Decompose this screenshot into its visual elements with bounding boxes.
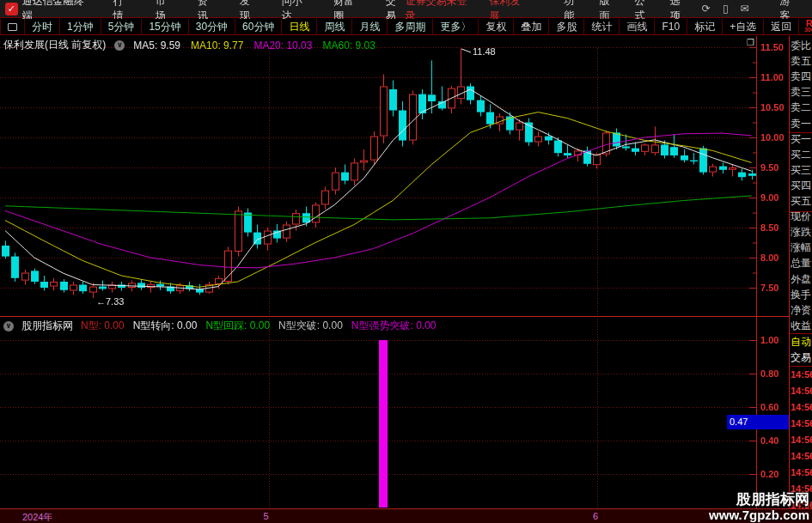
indicator-legend: N型: 0.00N型转向: 0.00N型回踩: 0.00N型突破: 0.00N型… [81,319,437,333]
quote-panel: 委比卖五卖四卖三卖二卖一买一买二买三买四买五现价涨跌涨幅总量外盘换手净资收益自动… [790,36,812,523]
y-tick-label: 11.50 [760,42,789,52]
x-tick-label: 6 [593,511,598,521]
layout-icon[interactable] [0,19,25,34]
toolbar-button-多股[interactable]: 多股 [549,19,584,34]
tick-time: 14:56 [791,467,812,477]
auto-trade-button[interactable]: 交易 [791,350,812,365]
ma-label: MA20: 10.03 [253,40,312,52]
high-annotation: 11.48 [473,46,496,57]
tick-time: 14:56 [791,435,812,445]
candlestick-chart-canvas[interactable] [0,0,812,523]
y-tick-label: 8.50 [760,222,789,233]
dropdown-icon[interactable]: ∨ [3,321,14,331]
y-tick-label: 7.50 [760,283,789,293]
mobile-icon[interactable]: ▯ [723,3,729,15]
ma-label: MA5: 9.59 [133,40,180,52]
period-tab-多周期[interactable]: 多周期 [388,19,433,34]
y-tick-label: 0.40 [760,435,789,446]
quote-row-涨幅: 涨幅 [791,240,812,255]
pane-maximize-icon[interactable]: ❐ [747,38,754,47]
quote-row-委比: 委比 [791,39,812,53]
period-tab-周线[interactable]: 周线 [317,19,352,34]
y-tick-label: 8.00 [760,252,789,263]
auto-trade-button[interactable]: 自动 [791,335,812,350]
quote-row-卖三: 卖三 [791,85,812,100]
indicator-label: N型回踩: 0.00 [205,319,270,333]
ma-label: MA10: 9.77 [191,40,243,52]
period-tab-月线[interactable]: 月线 [352,19,388,34]
toolbar-button-F10[interactable]: F10 [655,19,687,34]
app-logo-icon: ✓ [5,3,18,15]
quote-row-买二: 买二 [791,148,812,162]
y-tick-label: 0.60 [760,402,789,412]
quote-row-买四: 买四 [791,179,812,193]
refresh-icon[interactable]: ⟳ [702,3,711,15]
period-tab-30分钟[interactable]: 30分钟 [189,19,235,34]
watermark-url: www.7gpzb.com [709,508,809,523]
toolbar-button-返回[interactable]: 返回 [764,19,799,34]
tick-time: 14:56 [791,386,812,396]
r300-badge: R 300 [799,20,812,33]
panel-divider [790,366,812,367]
ma-legend: MA5: 9.59MA10: 9.77MA20: 10.03MA60: 9.03 [133,40,375,52]
quote-row-外盘: 外盘 [791,272,812,287]
tick-time: 14:56 [791,418,812,429]
quote-row-换手: 换手 [791,288,812,302]
x-tick-label: 2024年 [22,511,52,523]
indicator-label: N型突破: 0.00 [278,319,343,333]
menu-bar: ✓ 通达信金融终端 行情市场资讯发现问小达财富圈交易 证券交易未登录保利发展 功… [0,0,812,18]
quote-row-卖二: 卖二 [791,100,812,115]
period-tab-1分钟[interactable]: 1分钟 [60,19,101,34]
quote-row-涨跌: 涨跌 [791,225,812,240]
quote-row-总量: 总量 [791,256,812,271]
main-chart-header: 保利发展(日线 前复权) ∨ MA5: 9.59MA10: 9.77MA20: … [3,38,375,52]
y-tick-label: 0.20 [760,469,789,479]
toolbar-button-画线[interactable]: 画线 [620,19,655,34]
indicator-header: ∨ 股朋指标网 N型: 0.00N型转向: 0.00N型回踩: 0.00N型突破… [3,319,437,333]
toolbar-button-标记[interactable]: 标记 [687,19,723,34]
ma-label: MA60: 9.03 [322,40,375,52]
period-tab-分时[interactable]: 分时 [25,19,60,34]
indicator-source-label: 股朋指标网 [21,319,73,333]
indicator-label: N型: 0.00 [81,319,125,333]
quote-row-买三: 买三 [791,163,812,178]
tick-time: 14:56 [791,451,812,461]
current-value-box: 0.47 [727,415,789,429]
period-tab-更多〉[interactable]: 更多〉 [433,19,479,34]
stock-title[interactable]: 保利发展(日线 前复权) [3,38,106,52]
toolbar-button-统计[interactable]: 统计 [584,19,620,34]
toolbar-button-+自选[interactable]: +自选 [723,19,764,34]
panel-divider [790,132,812,133]
y-tick-label: 9.00 [760,192,789,203]
x-tick-label: 5 [264,511,269,521]
toolbar-button-叠加[interactable]: 叠加 [514,19,549,34]
quote-row-卖五: 卖五 [791,54,812,69]
period-tab-日线[interactable]: 日线 [282,19,317,34]
tick-time: 14:56 [791,402,812,412]
quote-row-收益: 收益 [791,319,812,333]
dropdown-icon[interactable]: ∨ [114,40,125,51]
period-tab-15分钟[interactable]: 15分钟 [142,19,188,34]
indicator-label: N型转向: 0.00 [133,319,198,333]
panel-divider [790,211,812,212]
panel-divider [790,333,812,334]
watermark: 股朋指标网 www.7gpzb.com [709,492,809,522]
x-axis-bar[interactable]: 2024年56 [0,508,812,523]
y-tick-label: 10.50 [760,102,789,113]
toolbar-button-复权[interactable]: 复权 [479,19,514,34]
indicator-label: N型强势突破: 0.00 [351,319,437,333]
period-tab-5分钟[interactable]: 5分钟 [101,19,143,34]
y-tick-label: 9.50 [760,162,789,173]
quote-row-净资: 净资 [791,303,812,318]
mail-icon[interactable]: ✉ [741,3,749,15]
quote-row-卖一: 卖一 [791,117,812,131]
period-tab-60分钟[interactable]: 60分钟 [235,19,282,34]
tdx-terminal-window: ✓ 通达信金融终端 行情市场资讯发现问小达财富圈交易 证券交易未登录保利发展 功… [0,0,812,523]
y-tick-label: 10.00 [760,132,789,143]
period-toolbar: 分时1分钟5分钟15分钟30分钟60分钟日线周线月线多周期更多〉 复权叠加多股统… [0,19,812,35]
quote-row-买一: 买一 [791,132,812,147]
y-tick-label: 0.80 [760,368,789,379]
y-tick-label: 11.00 [760,72,789,82]
quote-row-买五: 买五 [791,194,812,209]
watermark-site-name: 股朋指标网 [709,492,809,508]
